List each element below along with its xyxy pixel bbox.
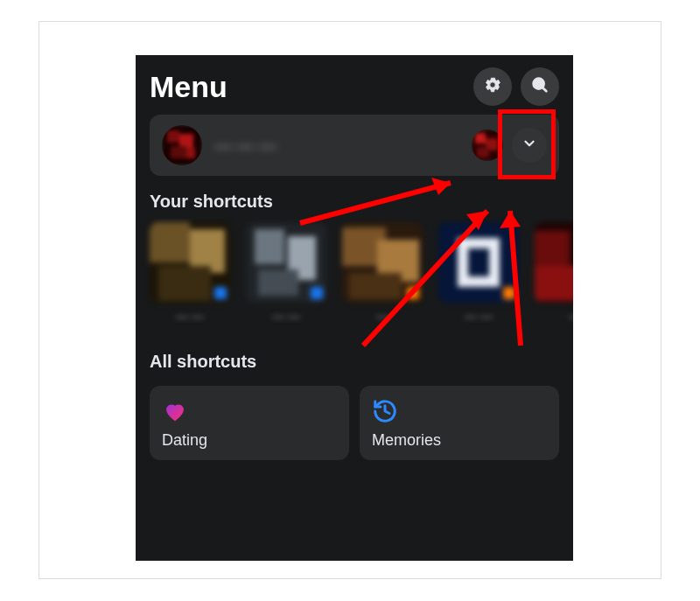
shortcut-label: — <box>535 310 573 336</box>
all-shortcuts-cards: Dating Memories <box>136 379 573 460</box>
card-dating[interactable]: Dating <box>150 386 349 460</box>
shortcut-label: — <box>342 310 423 336</box>
header: Menu <box>136 55 573 115</box>
shortcut-item[interactable]: — — <box>246 222 326 336</box>
page-title: Menu <box>150 70 465 104</box>
your-shortcuts-list: — — — — — — — <box>136 219 573 336</box>
svg-rect-25 <box>468 248 489 276</box>
shortcut-label: — — <box>438 310 519 336</box>
shortcut-thumb <box>535 222 573 303</box>
shortcut-item[interactable]: — <box>535 222 573 336</box>
settings-button[interactable] <box>473 67 512 106</box>
svg-rect-3 <box>167 130 179 143</box>
svg-rect-16 <box>255 229 284 264</box>
svg-rect-4 <box>179 134 193 148</box>
profile-row-wrap: — — — <box>136 115 573 176</box>
svg-rect-12 <box>150 222 190 262</box>
profile-row[interactable]: — — — <box>150 115 559 176</box>
shortcut-item[interactable]: — — <box>438 222 519 336</box>
svg-rect-10 <box>477 147 489 157</box>
search-button[interactable] <box>521 67 559 106</box>
chevron-down-icon <box>522 136 537 155</box>
expand-button[interactable] <box>512 128 547 163</box>
shortcut-label: — — <box>246 310 326 336</box>
menu-screen: Menu <box>136 55 573 561</box>
svg-rect-5 <box>171 146 186 158</box>
shortcut-item[interactable]: — — <box>150 222 230 336</box>
shortcut-thumb <box>342 222 423 303</box>
gear-icon <box>483 75 502 98</box>
svg-rect-22 <box>349 273 402 299</box>
clock-rewind-icon <box>372 398 398 424</box>
shortcut-thumb <box>150 222 230 303</box>
card-label: Dating <box>162 431 337 450</box>
svg-rect-28 <box>535 266 573 301</box>
svg-rect-8 <box>475 133 486 143</box>
shortcut-item[interactable]: — <box>342 222 423 336</box>
outer-frame: Menu <box>38 21 662 579</box>
section-all-shortcuts: All shortcuts <box>136 336 573 379</box>
card-memories[interactable]: Memories <box>360 386 559 460</box>
card-label: Memories <box>372 431 547 450</box>
shortcut-thumb <box>246 222 326 303</box>
svg-rect-18 <box>258 269 298 296</box>
svg-line-1 <box>542 87 546 91</box>
svg-rect-6 <box>186 148 195 158</box>
secondary-avatar <box>472 129 503 161</box>
svg-rect-14 <box>158 266 211 301</box>
avatar <box>162 125 202 165</box>
shortcut-thumb <box>438 222 519 303</box>
section-your-shortcuts: Your shortcuts <box>136 176 573 219</box>
shortcut-label: — — <box>150 310 230 336</box>
heart-icon <box>162 398 188 424</box>
profile-name: — — — <box>214 136 472 156</box>
search-icon <box>530 75 550 98</box>
